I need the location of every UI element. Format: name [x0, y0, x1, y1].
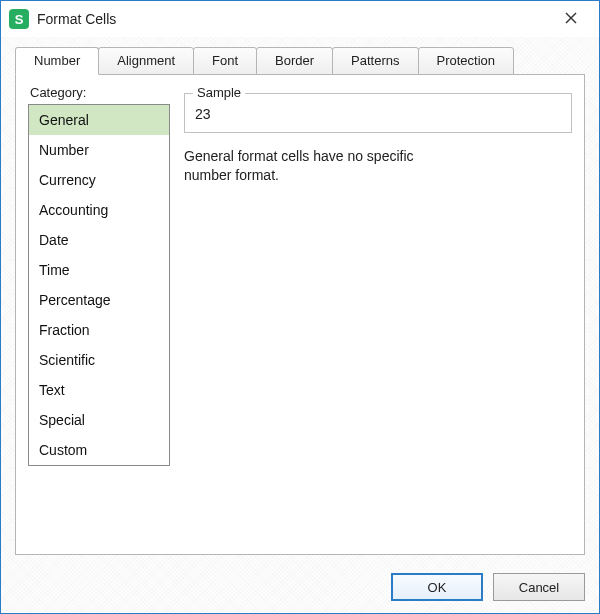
list-item-label: Special: [39, 412, 85, 428]
app-icon-letter: S: [15, 12, 24, 27]
dialog-title: Format Cells: [37, 11, 116, 27]
tab-protection[interactable]: Protection: [418, 47, 515, 75]
button-label: OK: [428, 580, 447, 595]
title-bar: S Format Cells: [1, 1, 599, 37]
category-item-scientific[interactable]: Scientific: [29, 345, 169, 375]
category-item-text[interactable]: Text: [29, 375, 169, 405]
tab-panel-number: Category: General Number Currency Accoun…: [15, 75, 585, 555]
ok-button[interactable]: OK: [391, 573, 483, 601]
category-item-accounting[interactable]: Accounting: [29, 195, 169, 225]
category-column: Category: General Number Currency Accoun…: [28, 83, 170, 542]
category-item-time[interactable]: Time: [29, 255, 169, 285]
tab-number[interactable]: Number: [15, 47, 99, 75]
tab-patterns[interactable]: Patterns: [332, 47, 418, 75]
category-description: General format cells have no specific nu…: [184, 147, 464, 185]
list-item-label: General: [39, 112, 89, 128]
category-item-custom[interactable]: Custom: [29, 435, 169, 465]
cancel-button[interactable]: Cancel: [493, 573, 585, 601]
format-cells-dialog: S Format Cells Number Alignment Font Bor…: [0, 0, 600, 614]
category-item-general[interactable]: General: [29, 105, 169, 135]
tab-border[interactable]: Border: [256, 47, 333, 75]
list-item-label: Custom: [39, 442, 87, 458]
tab-alignment[interactable]: Alignment: [98, 47, 194, 75]
close-button[interactable]: [553, 5, 589, 33]
app-icon: S: [9, 9, 29, 29]
list-item-label: Time: [39, 262, 70, 278]
list-item-label: Accounting: [39, 202, 108, 218]
sample-group: Sample 23: [184, 93, 572, 133]
category-label: Category:: [28, 83, 170, 104]
tab-label: Alignment: [117, 53, 175, 68]
list-item-label: Number: [39, 142, 89, 158]
list-item-label: Currency: [39, 172, 96, 188]
detail-column: Sample 23 General format cells have no s…: [170, 83, 572, 542]
category-item-currency[interactable]: Currency: [29, 165, 169, 195]
category-listbox[interactable]: General Number Currency Accounting Date: [28, 104, 170, 466]
sample-value: 23: [195, 106, 561, 122]
tab-label: Protection: [437, 53, 496, 68]
list-item-label: Scientific: [39, 352, 95, 368]
list-item-label: Fraction: [39, 322, 90, 338]
tab-label: Number: [34, 53, 80, 68]
category-item-fraction[interactable]: Fraction: [29, 315, 169, 345]
tab-label: Patterns: [351, 53, 399, 68]
tab-font[interactable]: Font: [193, 47, 257, 75]
category-item-special[interactable]: Special: [29, 405, 169, 435]
close-icon: [565, 12, 577, 27]
list-item-label: Percentage: [39, 292, 111, 308]
tab-panel-inner: Category: General Number Currency Accoun…: [28, 83, 572, 542]
category-item-date[interactable]: Date: [29, 225, 169, 255]
category-item-number[interactable]: Number: [29, 135, 169, 165]
list-item-label: Text: [39, 382, 65, 398]
tab-label: Font: [212, 53, 238, 68]
list-item-label: Date: [39, 232, 69, 248]
category-item-percentage[interactable]: Percentage: [29, 285, 169, 315]
dialog-buttons: OK Cancel: [391, 573, 585, 601]
tab-strip: Number Alignment Font Border Patterns Pr…: [1, 37, 599, 75]
tab-label: Border: [275, 53, 314, 68]
button-label: Cancel: [519, 580, 559, 595]
sample-label: Sample: [193, 85, 245, 100]
